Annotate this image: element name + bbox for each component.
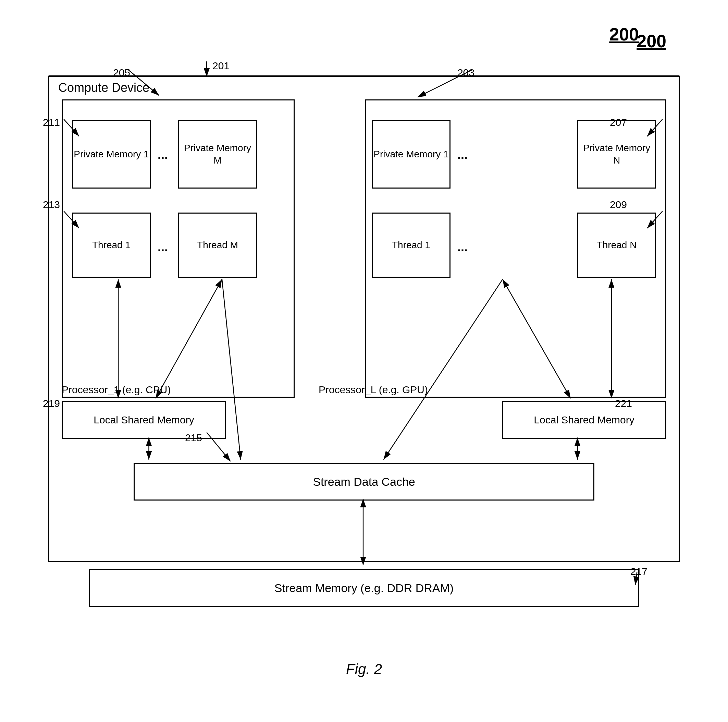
ref-207: 207 — [610, 117, 627, 128]
ellipsis-pmL: ... — [457, 147, 468, 162]
ref-211: 211 — [43, 117, 60, 128]
stream-memory: Stream Memory (e.g. DDR DRAM) — [89, 569, 639, 607]
processor1-label: Processor_1 (e.g. CPU) — [62, 384, 171, 395]
figure-number: 200 — [636, 31, 666, 51]
ref-205: 205 — [113, 67, 130, 78]
ellipsis-thread1: ... — [158, 240, 168, 254]
thread-1-M: Thread M — [178, 213, 257, 278]
diagram-container: 200 200 Compute Device Private Memory 1 … — [21, 21, 707, 688]
processorL-label: Processor_L (e.g. GPU) — [319, 384, 620, 395]
thread-L-1: Thread 1 — [372, 213, 451, 278]
thread-L-N: Thread N — [577, 213, 656, 278]
ref-201: 201 — [213, 60, 229, 72]
stream-data-cache: Stream Data Cache — [134, 463, 594, 501]
compute-device-label: Compute Device — [58, 81, 149, 95]
ref-221: 221 — [615, 398, 632, 409]
ref-219: 219 — [43, 398, 60, 409]
ref-213: 213 — [43, 199, 60, 210]
ellipsis-pm1: ... — [158, 147, 168, 162]
private-memory-1-1: Private Memory 1 — [72, 120, 151, 189]
private-memory-L-N: Private Memory N — [577, 120, 656, 189]
ref-209: 209 — [610, 199, 627, 210]
ref-217: 217 — [630, 566, 647, 577]
private-memory-1-M: Private Memory M — [178, 120, 257, 189]
ref-215: 215 — [185, 432, 202, 444]
thread-1-1: Thread 1 — [72, 213, 151, 278]
ref-203: 203 — [457, 67, 474, 78]
fig-caption: Fig. 2 — [346, 661, 382, 678]
private-memory-L-1: Private Memory 1 — [372, 120, 451, 189]
ref-200: 200 — [609, 24, 639, 44]
local-shared-memory-L: Local Shared Memory — [502, 401, 666, 439]
ellipsis-threadL: ... — [457, 240, 468, 254]
